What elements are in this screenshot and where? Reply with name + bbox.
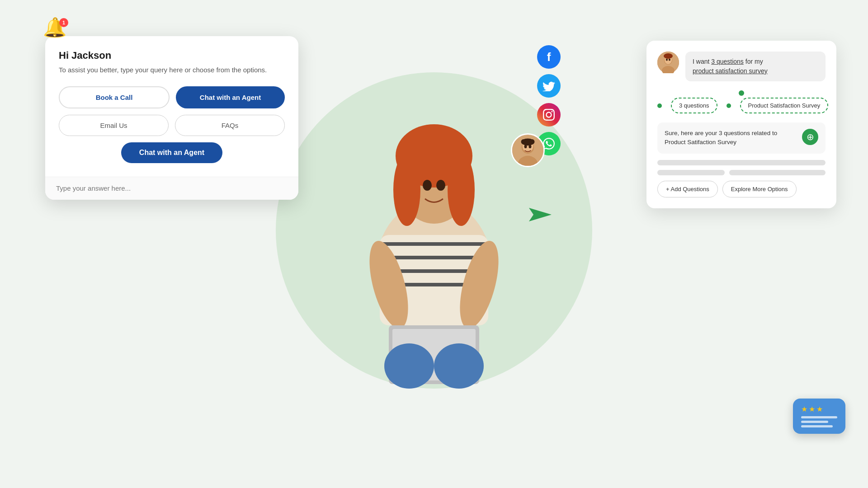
svg-point-31	[669, 59, 670, 61]
action-buttons-row: + Add Questions Explore More Options	[657, 181, 826, 197]
send-arrow-icon	[529, 203, 552, 226]
ai-panel: I want 3 questions for my product satisf…	[646, 41, 836, 208]
svg-point-17	[436, 180, 445, 191]
svg-rect-25	[521, 139, 535, 144]
skeleton-row	[657, 170, 826, 175]
svg-point-16	[423, 180, 432, 191]
facebook-icon[interactable]: f	[537, 45, 561, 69]
star-2: ★	[809, 405, 815, 413]
ai-response-text: Sure, here are your 3 questions related …	[665, 129, 797, 147]
flow-diagram: 3 questions Product Satisfaction Survey	[657, 98, 826, 113]
svg-point-32	[664, 53, 673, 59]
chat-stars-bubble: ★ ★ ★	[793, 399, 845, 434]
ai-chat-message: I want 3 questions for my product satisf…	[657, 52, 826, 81]
flow-node-survey: Product Satisfaction Survey	[740, 98, 829, 113]
bottom-buttons-row: Email Us FAQs	[59, 115, 285, 136]
chat-input-area[interactable]	[45, 177, 298, 200]
svg-marker-26	[529, 208, 552, 221]
chat-widget-left: Hi Jackson To assist you better, type yo…	[45, 36, 298, 200]
flow-node-questions: 3 questions	[671, 98, 717, 113]
notification-badge: 1	[59, 18, 68, 27]
svg-point-3	[393, 154, 420, 226]
ai-user-avatar	[657, 52, 679, 73]
agent-avatar	[511, 133, 545, 167]
chat-agent-button-top[interactable]: Chat with an Agent	[176, 86, 285, 108]
star-3: ★	[816, 405, 823, 413]
stars-row: ★ ★ ★	[801, 405, 837, 413]
svg-point-4	[448, 154, 475, 226]
underline-3-questions: 3 questions	[711, 58, 744, 65]
chat-lines	[801, 416, 837, 427]
twitter-icon[interactable]	[537, 74, 561, 98]
explore-options-button[interactable]: Explore More Options	[722, 181, 797, 197]
email-us-button[interactable]: Email Us	[59, 115, 169, 136]
instagram-icon[interactable]	[537, 103, 561, 127]
faqs-button[interactable]: FAQs	[175, 115, 285, 136]
svg-point-14	[384, 343, 434, 389]
greeting-text: Hi Jackson	[59, 50, 285, 61]
subtitle-text: To assist you better, type your query he…	[59, 65, 285, 75]
flow-diagram-container: 3 questions Product Satisfaction Survey	[657, 90, 826, 113]
underline-product-survey: product satisfaction survey	[693, 67, 768, 75]
chat-input[interactable]	[56, 184, 288, 192]
svg-point-15	[434, 343, 484, 389]
ai-response-bubble: Sure, here are your 3 questions related …	[657, 122, 826, 154]
add-questions-button[interactable]: + Add Questions	[657, 181, 718, 197]
expand-button[interactable]: ⊕	[802, 129, 818, 145]
chat-agent-center-row: Chat with an Agent	[59, 142, 285, 168]
svg-point-30	[666, 59, 668, 61]
bell-notification: 🔔 1	[43, 18, 70, 45]
user-message-bubble: I want 3 questions for my product satisf…	[685, 52, 826, 81]
star-1: ★	[801, 405, 807, 413]
book-call-button[interactable]: Book a Call	[59, 86, 170, 108]
top-buttons-row: Book a Call Chat with an Agent	[59, 86, 285, 108]
skeleton-line-1	[657, 160, 826, 165]
chat-agent-button-center[interactable]: Chat with an Agent	[121, 142, 222, 163]
